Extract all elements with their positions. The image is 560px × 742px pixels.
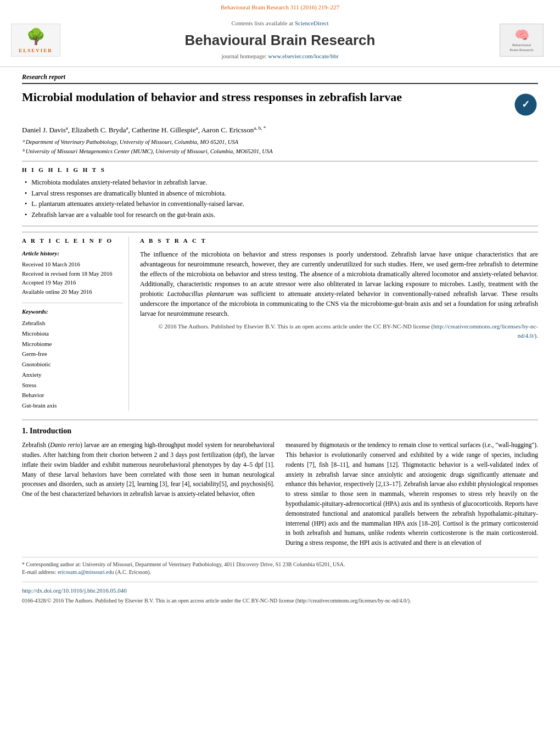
affiliations: ᵃ Department of Veterinary Pathobiology,… (22, 138, 538, 155)
keyword-item: Anxiety (22, 370, 123, 380)
article-title: Microbial modulation of behavior and str… (22, 90, 402, 105)
accepted-date: Accepted 19 May 2016 (22, 278, 123, 288)
article-history-block: Article history: Received 10 March 2016 … (22, 249, 123, 297)
highlight-item: Zebrafish larvae are a valuable tool for… (25, 210, 538, 220)
article-dates: Received 10 March 2016 Received in revis… (22, 260, 123, 297)
abstract-column: A B S T R A C T The influence of the mic… (140, 237, 538, 411)
keyword-item: Zebrafish (22, 318, 123, 328)
journal-logo-label: BehaviouralBrain Research (510, 43, 534, 53)
homepage-link[interactable]: www.elsevier.com/locate/bbr (268, 53, 338, 59)
journal-title: Behavioural Brain Research (71, 30, 489, 50)
keywords-block: Keywords: Zebrafish Microbiota Microbiom… (22, 303, 123, 411)
keyword-item: Stress (22, 380, 123, 390)
doi-link[interactable]: http://dx.doi.org/10.1016/j.bbr.2016.05.… (22, 587, 127, 594)
intro-col-1: Zebrafish (Danio rerio) larvae are an em… (22, 440, 275, 551)
journal-reference-text: Behavioural Brain Research 311 (2016) 21… (221, 4, 339, 10)
keyword-item: Gut-brain axis (22, 400, 123, 411)
authors-line: Daniel J. Davisa, Elizabeth C. Brydaa, C… (22, 125, 538, 136)
journal-header-center: Contents lists available at ScienceDirec… (60, 19, 500, 60)
elsevier-brand-text: ELSEVIER (19, 47, 53, 54)
sciencedirect-link[interactable]: ScienceDirect (295, 20, 329, 26)
author-email-link[interactable]: ericssam.a@missouri.edu (58, 569, 114, 575)
abstract-text: The influence of the microbiota on behav… (140, 249, 538, 340)
svg-text:✓: ✓ (522, 99, 530, 110)
article-title-row: Microbial modulation of behavior and str… (22, 90, 538, 120)
intro-title: 1. Introduction (22, 426, 538, 437)
elsevier-logo: 🌳 ELSEVIER (11, 24, 60, 57)
crossmark-icon: ✓ (513, 92, 538, 117)
highlight-item: Microbiota modulates anxiety-related beh… (25, 178, 538, 187)
doi-section: http://dx.doi.org/10.1016/j.bbr.2016.05.… (22, 582, 538, 605)
highlights-section: H I G H L I G H T S Microbiota modulates… (22, 161, 538, 226)
received-date: Received 10 March 2016 (22, 260, 123, 270)
intro-para-1: Zebrafish (Danio rerio) larvae are an em… (22, 440, 275, 499)
highlight-item: L. plantarum attenuates anxiety-related … (25, 199, 538, 209)
keywords-label: Keywords: (22, 308, 123, 316)
journal-logo-icon: 🧠 (514, 27, 529, 43)
corresponding-author-note: * Corresponding author at: University of… (22, 561, 538, 568)
crossmark-badge: ✓ (513, 92, 538, 120)
keyword-item: Microbiome (22, 339, 123, 349)
intro-para-2: measured by thigmotaxis or the tendency … (285, 440, 538, 548)
abstract-paragraph: The influence of the microbiota on behav… (140, 249, 538, 319)
history-label: Article history: (22, 249, 123, 258)
article-meta-section: A R T I C L E I N F O Article history: R… (22, 232, 538, 411)
keyword-item: Germ-free (22, 349, 123, 359)
keyword-item: Gnotobiotic (22, 359, 123, 370)
introduction-section: 1. Introduction Zebrafish (Danio rerio) … (22, 420, 538, 552)
affiliation-a: ᵃ Department of Veterinary Pathobiology,… (22, 138, 538, 147)
page-wrapper: Behavioural Brain Research 311 (2016) 21… (0, 0, 560, 621)
abstract-heading: A B S T R A C T (140, 237, 538, 245)
highlights-title: H I G H L I G H T S (22, 166, 538, 174)
keyword-item: Behavior (22, 390, 123, 400)
keywords-list: Zebrafish Microbiota Microbiome Germ-fre… (22, 318, 123, 410)
keyword-item: Microbiota (22, 328, 123, 339)
article-info-column: A R T I C L E I N F O Article history: R… (22, 237, 129, 411)
main-content: Research report Microbial modulation of … (0, 67, 560, 611)
footnote-section: * Corresponding author at: University of… (22, 557, 538, 576)
elsevier-tree-icon: 🌳 (26, 26, 46, 47)
highlights-list: Microbiota modulates anxiety-related beh… (22, 178, 538, 220)
article-info-heading: A R T I C L E I N F O (22, 237, 123, 245)
issn-text: 0166-4328/© 2016 The Authors. Published … (22, 597, 538, 605)
intro-col-2: measured by thigmotaxis or the tendency … (285, 440, 538, 551)
intro-body-columns: Zebrafish (Danio rerio) larvae are an em… (22, 440, 538, 551)
contents-available-text: Contents lists available at ScienceDirec… (71, 19, 489, 27)
homepage-text: journal homepage: www.elsevier.com/locat… (71, 52, 489, 60)
license-link[interactable]: http://creativecommons.org/licenses/by-n… (433, 323, 538, 339)
available-date: Available online 20 May 2016 (22, 288, 123, 297)
highlight-item: Larval stress responses are dramatically… (25, 189, 538, 198)
email-note: E-mail address: ericssam.a@missouri.edu … (22, 568, 538, 576)
report-type-label: Research report (22, 72, 538, 85)
journal-header: 🌳 ELSEVIER Contents lists available at S… (0, 14, 560, 66)
revised-date: Received in revised form 18 May 2016 (22, 270, 123, 279)
license-text: © 2016 The Authors. Published by Elsevie… (140, 322, 538, 340)
affiliation-b: ᵇ University of Missouri Metagenomics Ce… (22, 148, 538, 156)
journal-right-logo: 🧠 BehaviouralBrain Research (500, 24, 544, 57)
journal-reference-bar: Behavioural Brain Research 311 (2016) 21… (0, 0, 560, 14)
